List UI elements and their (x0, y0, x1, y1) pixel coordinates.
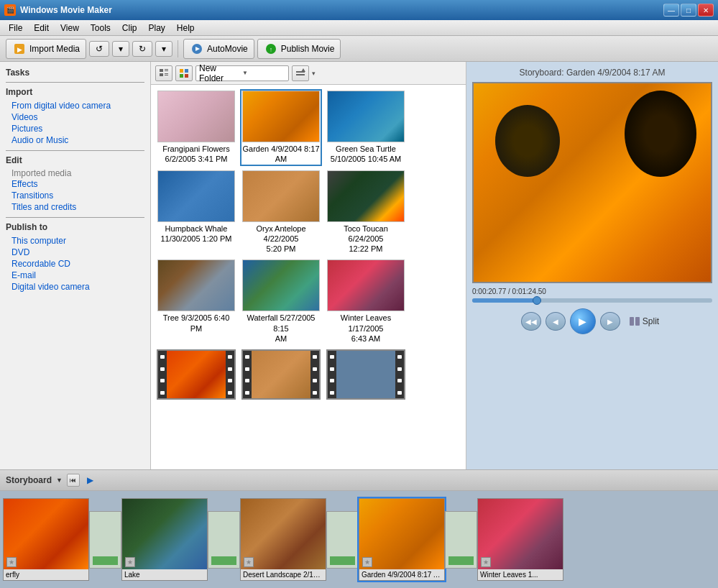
sidebar-pictures[interactable]: Pictures (6, 123, 144, 134)
sidebar-dvd[interactable]: DVD (6, 247, 144, 258)
media-item-tree[interactable]: Tree 9/3/2005 6:40 PM (157, 259, 236, 344)
story-item-butterfly: ★ erfly (3, 498, 121, 581)
media-item-video2[interactable] (241, 349, 321, 400)
import-media-button[interactable]: ▶ Import Media (6, 39, 86, 59)
sidebar-videos[interactable]: Videos (6, 111, 144, 123)
storyboard-bar: Storyboard ▼ ⏮ ▶ (0, 469, 718, 491)
folder-name: New Folder (199, 63, 242, 83)
play-button[interactable]: ▶ (570, 308, 596, 334)
story-clip-butterfly[interactable]: ★ erfly (3, 498, 89, 581)
media-item-garden[interactable]: Garden 4/9/2004 8:17AM (241, 91, 321, 165)
step-forward-icon: ▶ (607, 318, 613, 326)
video-thumb-1 (157, 349, 236, 400)
svg-rect-17 (296, 74, 305, 75)
filmstrip-left-3 (328, 351, 336, 398)
video-thumb-2 (241, 349, 321, 400)
menu-bar: File Edit View Tools Clip Play Help (0, 20, 718, 36)
story-item-lake: ★ Lake (121, 498, 240, 581)
story-clip-winter[interactable]: ★ Winter Leaves 1... (477, 498, 563, 581)
media-item-frangipani[interactable]: Frangipani Flowers6/2/2005 3:41 PM (157, 91, 236, 165)
sidebar-titles[interactable]: Titles and credits (6, 201, 144, 213)
automovie-button[interactable]: AutoMovie (183, 39, 254, 59)
step-back-button[interactable]: ◀ (546, 312, 566, 331)
import-section-label: Import (6, 87, 144, 97)
media-item-whale[interactable]: Humpback Whale11/30/2005 1:20 PM (157, 170, 236, 254)
view-options-button[interactable] (292, 65, 309, 81)
split-button[interactable]: Split (625, 314, 663, 329)
media-item-winter[interactable]: Winter Leaves 1/17/20056:43 AM (326, 259, 405, 344)
story-item-garden: ★ Garden 4/9/2004 8:17 AM (359, 498, 477, 581)
svg-text:▶: ▶ (17, 46, 22, 53)
menu-tools[interactable]: Tools (85, 22, 116, 35)
menu-play[interactable]: Play (143, 22, 171, 35)
split-label: Split (643, 316, 659, 326)
close-button[interactable]: ✕ (698, 4, 714, 17)
sidebar-email[interactable]: E-mail (6, 270, 144, 281)
story-item-desert: ★ Desert Landscape 2/12/... (240, 498, 359, 581)
undo-dropdown[interactable]: ▾ (112, 41, 129, 57)
view-details-button[interactable] (155, 65, 172, 81)
clip-star-butterfly: ★ (6, 557, 17, 567)
video-content-1 (167, 351, 226, 398)
split-icon (629, 316, 640, 327)
edit-divider (6, 150, 144, 151)
transition-2[interactable] (208, 511, 240, 569)
media-item-waterfall[interactable]: Waterfall 5/27/2005 8:15AM (241, 259, 321, 344)
menu-view[interactable]: View (55, 22, 85, 35)
sidebar-dv-camera[interactable]: Digital video camera (6, 281, 144, 293)
sidebar: Tasks Import From digital video camera V… (0, 62, 151, 469)
storyboard-dropdown-arrow[interactable]: ▼ (56, 477, 63, 484)
storyboard-play-arrow[interactable]: ▶ (84, 474, 97, 487)
menu-clip[interactable]: Clip (116, 22, 143, 35)
sidebar-imported-media: Imported media (6, 167, 71, 179)
story-clip-lake[interactable]: ★ Lake (121, 498, 208, 581)
story-clip-desert[interactable]: ★ Desert Landscape 2/12/... (240, 498, 326, 581)
rewind-button[interactable]: ◀◀ (521, 312, 541, 331)
media-thumb-winter (327, 259, 405, 311)
video-content-3 (336, 351, 395, 398)
svg-rect-7 (165, 69, 168, 70)
redo-dropdown[interactable]: ▾ (155, 41, 172, 57)
redo-button[interactable]: ↻ (132, 41, 152, 57)
media-item-video1[interactable] (157, 349, 236, 400)
menu-edit[interactable]: Edit (28, 22, 55, 35)
step-forward-button[interactable]: ▶ (600, 312, 620, 331)
progress-thumb[interactable] (533, 296, 541, 305)
publish-movie-button[interactable]: ↑ Publish Movie (257, 39, 341, 59)
menu-help[interactable]: Help (171, 22, 201, 35)
transition-3[interactable] (326, 511, 359, 569)
undo-button[interactable]: ↺ (89, 41, 109, 57)
svg-rect-12 (180, 69, 183, 73)
sidebar-this-computer[interactable]: This computer (6, 235, 144, 247)
video-content-2 (252, 351, 310, 398)
minimize-button[interactable]: — (663, 4, 679, 17)
title-bar: 🎬 Windows Movie Maker — □ ✕ (0, 0, 718, 20)
media-item-oryx[interactable]: Oryx Antelope 4/22/20055:20 PM (241, 170, 321, 254)
clip-label-lake: Lake (122, 569, 207, 580)
svg-rect-15 (185, 74, 188, 78)
media-toolbar: New Folder ▼ ▾ (151, 62, 466, 85)
progress-track[interactable] (472, 298, 712, 303)
transition-4[interactable] (445, 511, 477, 569)
sidebar-transitions[interactable]: Transitions (6, 190, 144, 201)
media-item-turtle[interactable]: Green Sea Turtle5/10/2005 10:45 AM (326, 91, 405, 165)
transition-1[interactable] (89, 511, 121, 569)
sidebar-effects[interactable]: Effects (6, 178, 144, 190)
filmstrip-right-1 (226, 351, 234, 398)
clip-star-lake: ★ (125, 557, 135, 567)
import-divider (6, 82, 144, 83)
maximize-button[interactable]: □ (681, 4, 696, 17)
preview-area: Storyboard: Garden 4/9/2004 8:17 AM 0:00… (466, 62, 718, 469)
view-thumbnails-button[interactable] (175, 65, 193, 81)
storyboard-go-start[interactable]: ⏮ (67, 474, 80, 487)
rewind-icon: ◀◀ (525, 318, 537, 326)
folder-dropdown[interactable]: New Folder ▼ (195, 65, 289, 81)
progress-container: 0:00:20.77 / 0:01:24.50 (472, 288, 712, 295)
menu-file[interactable]: File (3, 22, 28, 35)
media-item-toucan[interactable]: Toco Toucan 6/24/200512:22 PM (326, 170, 405, 254)
sidebar-from-camera[interactable]: From digital video camera (6, 100, 144, 111)
media-item-video3[interactable] (326, 349, 405, 400)
sidebar-audio[interactable]: Audio or Music (6, 134, 144, 146)
story-clip-garden[interactable]: ★ Garden 4/9/2004 8:17 AM (359, 498, 445, 581)
sidebar-recordable-cd[interactable]: Recordable CD (6, 258, 144, 270)
